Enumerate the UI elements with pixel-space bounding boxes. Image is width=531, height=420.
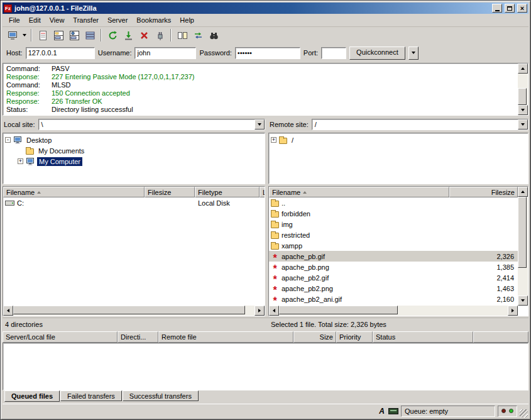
scroll-right-button[interactable] [508,306,518,316]
scroll-left-button[interactable] [269,306,279,316]
tree-item-root[interactable]: / [271,135,526,145]
remote-directory-tree[interactable]: / [268,133,528,184]
local-directory-tree[interactable]: Desktop My Documents My Computer [3,133,265,184]
site-manager-dropdown-button[interactable] [21,28,28,43]
queue-body[interactable] [3,343,528,390]
keyboard-indicator-icon[interactable] [388,408,398,414]
scroll-down-button[interactable] [518,296,528,306]
scroll-track[interactable] [518,74,528,105]
toggle-local-tree-button[interactable] [51,28,66,43]
scroll-up-button[interactable] [518,64,528,74]
local-site-combobox[interactable]: \ [38,119,265,130]
expand-icon[interactable] [271,137,276,143]
remote-file-row[interactable]: apache_pb2_ani.gif2,160 [269,294,518,304]
menu-file[interactable]: File [4,14,25,26]
expand-icon[interactable] [18,158,23,164]
scroll-right-button[interactable] [255,306,265,316]
remote-file-row[interactable]: apache_pb2.gif2,414 [269,272,518,283]
column-header-direction[interactable]: Directi... [118,331,158,343]
column-header-status[interactable]: Status [373,331,473,343]
scroll-left-button[interactable] [3,306,13,316]
scroll-track[interactable] [518,197,528,296]
menu-view[interactable]: View [45,14,69,26]
quickconnect-button[interactable]: Quickconnect [349,47,405,60]
column-header-filesize[interactable]: Filesize [145,187,195,197]
column-header-filename[interactable]: Filename [3,187,145,197]
remote-file-row-selected[interactable]: apache_pb.gif2,326 [269,251,518,262]
username-input[interactable] [134,47,196,59]
site-manager-button[interactable] [5,28,20,43]
local-site-dropdown-button[interactable] [255,119,265,130]
remote-file-row[interactable]: forbidden [269,208,518,219]
port-input[interactable] [321,47,346,59]
resize-grip[interactable] [520,409,528,417]
log-scrollbar[interactable] [518,64,528,115]
column-header-filetype[interactable]: Filetype [195,187,260,197]
menu-transfer[interactable]: Transfer [68,14,103,26]
titlebar[interactable]: Fz john@127.0.0.1 - FileZilla [3,3,528,14]
column-header-server-local-file[interactable]: Server/Local file [3,331,118,343]
local-file-row[interactable]: C: Local Disk [3,197,265,208]
tab-queued-files[interactable]: Queued files [4,390,60,402]
remote-vertical-scrollbar[interactable] [518,187,528,306]
column-header-priority[interactable]: Priority [336,331,373,343]
find-files-button[interactable] [206,28,221,43]
tree-row: Desktop My Documents My Computer / [3,133,528,184]
disconnect-button[interactable] [152,28,167,43]
directory-comparison-button[interactable] [175,28,190,43]
remote-file-row[interactable]: xampp [269,240,518,251]
remote-file-row[interactable]: .. [269,197,518,208]
tree-item-my-computer[interactable]: My Computer [18,156,263,167]
minimize-button[interactable] [492,4,502,13]
scroll-thumb[interactable] [518,88,527,106]
scroll-thumb[interactable] [13,306,245,314]
transfer-queue-icon [85,30,96,41]
local-list-body[interactable]: C: Local Disk [3,197,265,306]
chevron-down-icon [258,123,261,126]
scroll-track[interactable] [13,306,255,316]
log-label: Command: [6,65,52,73]
column-header-filename[interactable]: Filename [269,187,449,197]
collapse-icon[interactable] [5,137,11,143]
remote-file-row[interactable]: img [269,219,518,229]
tree-item-my-documents[interactable]: My Documents [18,145,263,156]
scroll-thumb[interactable] [279,306,398,314]
cancel-button[interactable] [136,28,151,43]
scroll-thumb[interactable] [518,197,527,268]
remote-list-body[interactable]: .. forbidden img restricted xampp apache… [269,197,518,306]
remote-file-row[interactable]: apache_pb2.png1,463 [269,283,518,294]
menu-server[interactable]: Server [103,14,132,26]
menu-help[interactable]: Help [175,14,199,26]
column-header-lastmodified[interactable]: L [260,187,265,197]
scroll-track[interactable] [279,306,508,316]
refresh-button[interactable] [105,28,120,43]
toggle-message-log-button[interactable] [35,28,50,43]
remote-file-row[interactable]: restricted [269,229,518,240]
remote-horizontal-scrollbar[interactable] [269,306,518,316]
column-header-size[interactable]: Size [293,331,336,343]
column-header-remote-file[interactable]: Remote file [158,331,293,343]
scroll-down-button[interactable] [518,105,528,115]
toggle-transfer-queue-button[interactable] [82,28,97,43]
remote-site-combobox[interactable]: / [312,119,528,130]
remote-site-dropdown-button[interactable] [518,119,528,130]
tree-item-desktop[interactable]: Desktop [5,135,263,145]
scroll-up-button[interactable] [518,187,528,197]
menu-edit[interactable]: Edit [25,14,45,26]
column-header-filesize[interactable]: Filesize [449,187,518,197]
synchronized-browsing-button[interactable] [190,28,205,43]
password-input[interactable] [235,47,300,59]
process-queue-button[interactable] [121,28,136,43]
remote-file-row[interactable]: apache_pb.png1,385 [269,262,518,272]
toggle-remote-tree-button[interactable] [67,28,82,43]
tab-successful-transfers[interactable]: Successful transfers [123,390,199,401]
local-horizontal-scrollbar[interactable] [3,306,265,316]
arrow-up-icon [521,191,525,193]
quickconnect-dropdown-button[interactable] [408,47,419,60]
close-button[interactable] [517,4,527,13]
menu-bookmarks[interactable]: Bookmarks [132,14,175,26]
datatype-indicator-icon[interactable]: A [378,407,386,416]
maximize-button[interactable] [505,4,515,13]
host-input[interactable] [26,47,95,59]
tab-failed-transfers[interactable]: Failed transfers [60,390,122,401]
